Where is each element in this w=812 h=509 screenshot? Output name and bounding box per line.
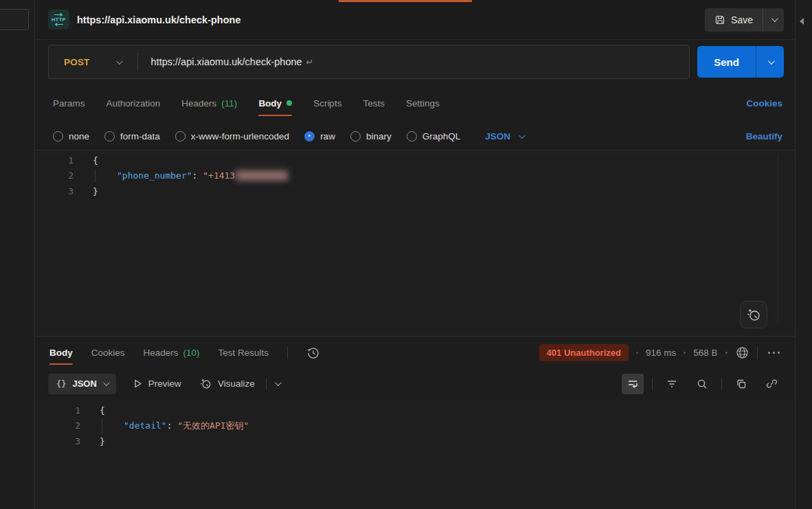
line-number: 3 [35, 436, 100, 446]
left-sidebar-rail [0, 0, 35, 509]
chevron-down-icon [771, 15, 778, 22]
tab-tests[interactable]: Tests [363, 84, 385, 122]
language-label: JSON [485, 131, 510, 142]
tab-authorization[interactable]: Authorization [106, 84, 161, 122]
radio-binary[interactable]: binary [350, 131, 392, 142]
tab-label: Test Results [218, 348, 269, 358]
redacted-value-blur [236, 170, 288, 181]
method-selector[interactable]: POST [49, 57, 116, 67]
active-request-tab-indicator [339, 0, 472, 2]
code-line: 1 { [35, 403, 795, 418]
response-tab-cookies[interactable]: Cookies [91, 337, 125, 369]
response-history-button[interactable] [306, 346, 320, 360]
response-size[interactable]: 568 B [693, 348, 717, 358]
copy-button[interactable] [730, 374, 752, 394]
line-number: 3 [35, 186, 93, 196]
preview-button[interactable]: Preview [133, 378, 181, 389]
chevron-down-icon [103, 379, 110, 386]
send-button-group: Send [697, 46, 784, 78]
radio-label: raw [320, 131, 335, 142]
tab-scripts[interactable]: Scripts [313, 84, 341, 122]
visualize-button[interactable]: Visualize [199, 377, 255, 390]
json-value: "+1413 [203, 170, 235, 181]
tab-label: Authorization [106, 98, 161, 109]
request-url-row: POST https://api.xiaomu.uk/check-phone↵ … [35, 40, 795, 84]
main-panel: HTTP https://api.xiaomu.uk/check-phone S… [35, 0, 795, 509]
radio-x-www-form-urlencoded[interactable]: x-www-form-urlencoded [175, 131, 289, 142]
tab-settings[interactable]: Settings [406, 84, 440, 122]
copy-link-button[interactable] [760, 374, 782, 394]
enter-hint-icon: ↵ [306, 57, 314, 67]
tab-label: Headers [144, 348, 179, 358]
status-badge[interactable]: 401 Unauthorized [539, 344, 629, 361]
response-format-dropdown[interactable]: {} JSON [48, 374, 116, 394]
radio-icon [350, 131, 361, 142]
beautify-link[interactable]: Beautify [746, 131, 782, 142]
code-line: 3 } [35, 433, 795, 449]
code-line: 3 } [35, 183, 795, 199]
response-tabs-bar: Body Cookies Headers(10) Test Results 40… [35, 337, 795, 369]
url-input[interactable]: https://api.xiaomu.uk/check-phone↵ [138, 56, 689, 67]
response-tab-body[interactable]: Body [49, 337, 73, 369]
search-button[interactable] [691, 374, 713, 394]
filter-button[interactable] [661, 374, 683, 394]
response-tab-test-results[interactable]: Test Results [218, 337, 269, 369]
history-clock-icon [306, 346, 320, 360]
radio-raw[interactable]: raw [304, 131, 335, 142]
line-number: 1 [35, 405, 100, 416]
request-body-editor[interactable]: 1 { 2 "phone_number": "+1413 3 } [35, 150, 795, 336]
more-options-button[interactable] [765, 349, 783, 357]
response-body-editor[interactable]: 1 { 2 "detail": "无效的API密钥" 3 } [35, 398, 795, 509]
play-icon [133, 378, 143, 389]
radio-form-data[interactable]: form-data [104, 131, 160, 142]
cookies-link[interactable]: Cookies [746, 98, 782, 109]
network-globe-icon[interactable] [735, 346, 749, 360]
radio-selected-icon [304, 131, 315, 142]
save-button[interactable]: Save [705, 8, 763, 32]
wrap-text-button[interactable] [622, 374, 644, 394]
tab-label: Headers [181, 98, 216, 109]
braces-icon: {} [56, 379, 66, 389]
code-text: { [93, 155, 98, 166]
chevron-down-icon[interactable] [275, 379, 282, 386]
radio-label: GraphQL [422, 131, 461, 142]
save-options-button[interactable] [763, 8, 784, 32]
radio-none[interactable]: none [53, 131, 89, 142]
language-selector[interactable]: JSON [485, 131, 523, 142]
postbot-ai-button[interactable] [740, 301, 767, 328]
unsaved-changes-dot [286, 100, 292, 106]
collapse-panel-arrow-icon[interactable] [800, 18, 804, 25]
send-button[interactable]: Send [697, 46, 756, 78]
code-text: { [100, 405, 105, 416]
tab-body[interactable]: Body [258, 84, 292, 122]
tab-label: Body [258, 98, 282, 109]
dot-separator [725, 352, 728, 354]
code-line: 2 "detail": "无效的API密钥" [35, 418, 795, 434]
request-tabs-bar: Params Authorization Headers(11) Body Sc… [35, 84, 795, 122]
json-separator: : [192, 170, 203, 181]
radio-icon [175, 131, 185, 142]
save-icon [714, 14, 725, 25]
tab-label: Tests [363, 98, 385, 109]
code-line: 1 { [35, 152, 795, 168]
code-text: "phone_number": "+1413 [93, 170, 288, 181]
chevron-down-icon[interactable] [116, 58, 123, 65]
url-text: https://api.xiaomu.uk/check-phone [151, 56, 302, 67]
radio-icon [53, 131, 63, 142]
headers-count: (10) [183, 348, 200, 358]
save-button-group: Save [705, 8, 784, 32]
collapsed-sidebar-tab[interactable] [0, 9, 29, 30]
code-text: } [93, 186, 98, 196]
headers-count: (11) [221, 98, 237, 109]
tab-params[interactable]: Params [53, 84, 85, 122]
send-options-button[interactable] [756, 46, 784, 78]
tab-headers[interactable]: Headers(11) [181, 84, 237, 122]
api-client-window: HTTP https://api.xiaomu.uk/check-phone S… [0, 0, 812, 509]
divider [652, 378, 653, 390]
response-tab-headers[interactable]: Headers(10) [144, 337, 200, 369]
tab-label: Cookies [91, 348, 125, 358]
response-time[interactable]: 916 ms [646, 348, 676, 358]
visualize-label: Visualize [218, 378, 255, 389]
radio-graphql[interactable]: GraphQL [407, 131, 461, 142]
line-number: 2 [35, 170, 93, 181]
